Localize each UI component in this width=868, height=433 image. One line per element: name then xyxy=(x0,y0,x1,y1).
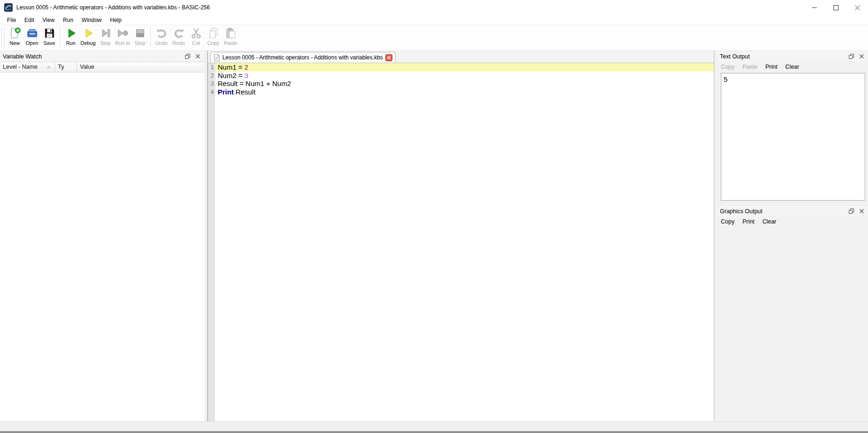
maximize-button[interactable] xyxy=(825,0,847,15)
toolbar-button-label: Copy xyxy=(207,40,220,46)
variable-watch-panel: Variable Watch Level - NameTyValue xyxy=(0,51,204,421)
toolbar-button-label: Save xyxy=(43,40,55,46)
toolbar-button-label: Debug xyxy=(80,40,95,46)
column-header-ty[interactable]: Ty xyxy=(55,62,77,72)
text-output-float-button[interactable] xyxy=(847,53,855,60)
variable-watch-close-button[interactable] xyxy=(194,53,201,60)
run-to-button[interactable]: Run to xyxy=(114,26,131,46)
float-icon xyxy=(185,54,190,59)
text-output-print-button[interactable]: Print xyxy=(765,64,777,70)
run-button[interactable]: Run xyxy=(62,26,79,46)
code-line[interactable]: 3Result = Num1 + Num2 xyxy=(208,79,714,88)
undo-button[interactable]: Undo xyxy=(153,26,170,46)
horizontal-splitter[interactable] xyxy=(717,202,868,206)
graphics-output-close-button[interactable] xyxy=(858,208,865,215)
save-icon xyxy=(43,27,56,40)
editor-tab[interactable]: Lesson 0005 - Arithmetic operators - Add… xyxy=(210,52,396,63)
close-icon xyxy=(855,5,860,10)
undo-icon xyxy=(155,27,168,40)
menu-view[interactable]: View xyxy=(38,16,59,24)
graphics-output-header: Graphics Output xyxy=(717,206,868,216)
step-button[interactable]: Step xyxy=(97,26,114,46)
graphics-output-print-button[interactable]: Print xyxy=(742,218,754,225)
toolbar-separator xyxy=(60,27,60,48)
column-header-value[interactable]: Value xyxy=(77,62,204,72)
code-editor[interactable]: 1Num1 = 22Num2 = 33Result = Num1 + Num24… xyxy=(208,63,714,421)
code-token: Result = Num1 + Num2 xyxy=(218,79,291,87)
text-output-paste-button[interactable]: Paste xyxy=(742,64,757,70)
save-button[interactable]: Save xyxy=(41,26,58,46)
text-output-content[interactable]: 5 xyxy=(721,73,865,201)
editor-area: Lesson 0005 - Arithmetic operators - Add… xyxy=(208,51,714,421)
column-header-level-name[interactable]: Level - Name xyxy=(0,62,55,72)
status-bar xyxy=(0,421,868,433)
editor-tab-bar: Lesson 0005 - Arithmetic operators - Add… xyxy=(208,51,714,63)
toolbar-button-label: New xyxy=(9,40,20,46)
paste-icon xyxy=(224,27,237,40)
text-output-clear-button[interactable]: Clear xyxy=(785,64,799,70)
open-button[interactable]: Open xyxy=(23,26,41,46)
toolbar-drag-handle[interactable] xyxy=(1,27,5,48)
menu-edit[interactable]: Edit xyxy=(20,16,38,24)
menu-window[interactable]: Window xyxy=(78,16,106,24)
menu-help[interactable]: Help xyxy=(106,16,126,24)
toolbar-button-label: Paste xyxy=(224,40,237,46)
graphics-output-canvas[interactable] xyxy=(717,227,868,421)
toolbar-button-label: Redo xyxy=(172,40,185,46)
text-output-copy-button[interactable]: Copy xyxy=(721,64,734,70)
toolbar-separator xyxy=(150,27,151,48)
text-output-header: Text Output xyxy=(717,51,868,62)
code-token: Num2 = xyxy=(218,72,244,79)
step-icon xyxy=(99,27,112,40)
code-line[interactable]: 4Print Result xyxy=(208,88,714,96)
debug-button[interactable]: Debug xyxy=(79,26,97,46)
line-number-gutter xyxy=(208,63,215,421)
code-token: 3 xyxy=(244,72,248,79)
sort-indicator-icon xyxy=(46,65,51,68)
left-splitter[interactable] xyxy=(204,51,208,421)
document-icon xyxy=(213,54,220,61)
toolbar-button-label: Run xyxy=(66,40,75,46)
code-text: Print Result xyxy=(215,88,714,96)
code-token: 2 xyxy=(244,63,248,71)
menu-run[interactable]: Run xyxy=(59,16,78,24)
cut-icon xyxy=(190,27,203,40)
graphics-output-float-button[interactable] xyxy=(847,208,855,215)
graphics-output-panel: Graphics Output CopyPrintClear xyxy=(717,206,868,421)
redo-button[interactable]: Redo xyxy=(170,26,187,46)
close-icon xyxy=(860,54,864,58)
graphics-output-copy-button[interactable]: Copy xyxy=(721,218,734,225)
variable-watch-table-body[interactable] xyxy=(0,72,204,421)
code-line[interactable]: 2Num2 = 3 xyxy=(208,72,714,80)
app-icon xyxy=(4,3,13,12)
toolbar-button-label: Undo xyxy=(155,40,167,46)
new-button[interactable]: New xyxy=(6,26,23,46)
line-number: 3 xyxy=(208,79,215,88)
menu-file[interactable]: File xyxy=(3,16,20,24)
line-number: 1 xyxy=(208,63,215,72)
graphics-output-toolbar: CopyPrintClear xyxy=(717,216,868,227)
stop-button[interactable]: Stop xyxy=(131,26,149,46)
close-button[interactable] xyxy=(847,0,868,15)
minimize-button[interactable] xyxy=(804,0,825,15)
paste-button[interactable]: Paste xyxy=(222,26,239,46)
code-line[interactable]: 1Num1 = 2 xyxy=(208,63,714,72)
float-icon xyxy=(849,209,854,214)
copy-button[interactable]: Copy xyxy=(205,26,222,46)
right-splitter[interactable] xyxy=(714,51,717,421)
editor-tab-close-button[interactable] xyxy=(385,54,392,61)
new-icon xyxy=(8,27,21,40)
title-bar: Lesson 0005 - Arithmetic operators - Add… xyxy=(0,0,868,15)
toolbar-button-label: Cut xyxy=(192,40,200,46)
tab-close-icon xyxy=(387,56,391,59)
variable-watch-column-headers: Level - NameTyValue xyxy=(0,62,204,72)
text-output-close-button[interactable] xyxy=(858,53,865,60)
variable-watch-float-button[interactable] xyxy=(184,53,191,60)
cut-button[interactable]: Cut xyxy=(187,26,205,46)
code-text: Num1 = 2 xyxy=(215,63,714,72)
toolbar-button-label: Stop xyxy=(135,40,145,46)
toolbar-button-label: Step xyxy=(100,40,111,46)
graphics-output-clear-button[interactable]: Clear xyxy=(762,218,776,225)
close-icon xyxy=(196,54,200,58)
maximize-icon xyxy=(833,5,839,10)
